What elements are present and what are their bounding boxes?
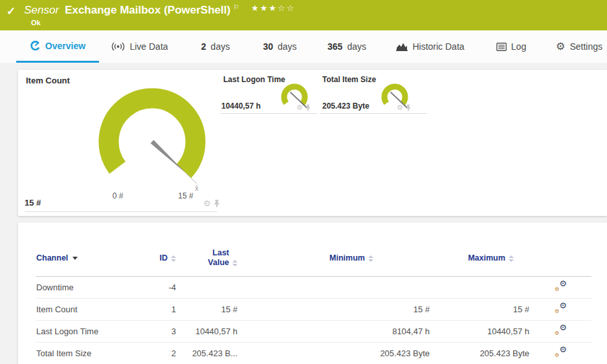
channel-settings-icon[interactable]: ⚙⚙ [554, 347, 567, 358]
tab-settings[interactable]: ⚙ Settings [551, 30, 607, 63]
tab-label: days [211, 41, 230, 52]
status-ok-check-icon: ✓ [6, 5, 16, 18]
tab-number: 2 [201, 41, 206, 52]
item-count-gauge: x̄ [94, 87, 218, 194]
gauge-title-item-count: Item Count [26, 76, 70, 85]
channel-name: Downtime [36, 276, 159, 298]
column-header-maximum[interactable]: Maximum [430, 241, 529, 276]
pin-icon[interactable] [305, 104, 311, 111]
section-divider [220, 113, 317, 114]
channel-settings-icon[interactable]: ⚙⚙ [554, 325, 567, 336]
tab-label: Historic Data [412, 41, 464, 52]
tab-log[interactable]: Log [489, 30, 534, 63]
gear-icon: ⚙ [559, 345, 567, 354]
gauge-max-label: 15 # [168, 191, 204, 200]
channel-table: Channel ID Last Value Minimum Maximum [36, 241, 591, 364]
gauge-min-label: 0 # [100, 191, 136, 200]
gear-icon[interactable]: ⚙ [203, 199, 211, 208]
channel-maximum: 10440,57 h [430, 320, 529, 342]
column-header-channel[interactable]: Channel [36, 241, 159, 276]
tab-bar: Overview Live Data 2 days 30 days 365 da… [0, 30, 607, 63]
gauge-title-last-logon: Last Logon Time [223, 75, 285, 84]
gear-icon: ⚙ [555, 353, 559, 358]
tab-label: Settings [569, 41, 602, 52]
tab-overview[interactable]: Overview [16, 30, 99, 63]
pin-icon[interactable] [214, 199, 220, 208]
table-row: Total Item Size 2 205.423 B... 205.423 B… [36, 342, 591, 364]
tab-label: Log [511, 41, 526, 52]
sensor-header: ✓ Sensor Exchange Mailbox (PowerShell) ⚐… [0, 0, 607, 30]
tab-label: Overview [45, 41, 85, 51]
channel-id: 3 [159, 320, 176, 342]
channel-id: 2 [159, 342, 176, 364]
stars-filled[interactable]: ★★★ [251, 3, 278, 13]
settings-gear-icon: ⚙ [556, 41, 565, 52]
gear-icon: ⚙ [559, 279, 567, 288]
gear-icon: ⚙ [555, 331, 559, 336]
tab-365-days[interactable]: 365 days [320, 30, 373, 63]
column-label: Minimum [329, 253, 365, 262]
gauge-icon [30, 40, 41, 51]
flag-icon[interactable]: ⚐ [233, 3, 239, 12]
channel-last-value: 10440,57 h [176, 320, 237, 342]
channel-last-value [176, 276, 237, 298]
gear-icon: ⚙ [559, 323, 567, 332]
tab-label: Live Data [129, 41, 168, 52]
channel-minimum: 205.423 Byte [237, 342, 430, 364]
pin-icon[interactable] [406, 104, 411, 111]
sensor-title: Exchange Mailbox (PowerShell) [65, 4, 230, 17]
channel-last-value: 205.423 B... [176, 342, 237, 364]
tab-label: days [347, 41, 366, 52]
column-header-last-value[interactable]: Last Value [176, 241, 237, 276]
column-label: Last Value [201, 248, 229, 268]
channel-minimum: 15 # [237, 298, 430, 320]
tab-label: days [278, 41, 297, 52]
tab-30-days[interactable]: 30 days [256, 30, 304, 63]
stars-empty[interactable]: ☆☆ [278, 3, 295, 13]
channel-settings-icon[interactable]: ⚙⚙ [554, 303, 567, 314]
gear-icon: ⚙ [555, 287, 559, 292]
table-header-row: Channel ID Last Value Minimum Maximum [36, 241, 591, 276]
sort-icon [509, 255, 514, 262]
column-header-id[interactable]: ID [159, 241, 176, 276]
channel-maximum: 15 # [430, 298, 529, 320]
tab-number: 30 [263, 41, 273, 52]
gauge-value-item-count: 15 # [25, 198, 41, 208]
tab-live-data[interactable]: Live Data [104, 30, 176, 63]
sort-icon [368, 255, 373, 262]
tab-number: 365 [327, 41, 342, 52]
gear-icon: ⚙ [555, 309, 559, 314]
tab-2-days[interactable]: 2 days [193, 30, 238, 63]
tab-historic-data[interactable]: Historic Data [388, 30, 472, 63]
gear-icon[interactable]: ⚙ [397, 104, 403, 111]
sort-icon [171, 255, 176, 262]
gauge-value-total-size: 205.423 Byte [322, 102, 370, 111]
table-row: Downtime -4 ⚙⚙ [36, 276, 591, 298]
channel-name: Item Count [36, 298, 159, 320]
channel-id: -4 [159, 276, 176, 298]
column-header-actions [529, 241, 591, 276]
channel-maximum: 205.423 Byte [430, 342, 529, 364]
channel-name: Total Item Size [36, 342, 159, 364]
gauge-tools: ⚙ [397, 104, 411, 111]
priority-stars[interactable]: ★★★☆☆ [251, 3, 295, 13]
gauges-panel: Item Count x̄ 0 # 15 # 15 # ⚙ Last Logon… [18, 70, 607, 216]
live-data-icon [111, 42, 125, 51]
column-header-minimum[interactable]: Minimum [237, 241, 430, 276]
sensor-status-text: Ok [31, 19, 41, 27]
channel-settings-icon[interactable]: ⚙⚙ [554, 281, 567, 292]
channel-name: Last Logon Time [36, 320, 159, 342]
gauge-tools: ⚙ [296, 104, 311, 111]
channel-table-panel: Channel ID Last Value Minimum Maximum [18, 222, 607, 364]
gear-icon: ⚙ [559, 301, 567, 310]
channel-minimum [237, 276, 430, 298]
gear-icon[interactable]: ⚙ [296, 104, 303, 111]
section-divider [320, 113, 427, 114]
channel-last-value: 15 # [176, 298, 237, 320]
gauge-value-last-logon: 10440,57 h [221, 102, 261, 111]
channel-maximum [430, 276, 529, 298]
gauge-tools: ⚙ [203, 199, 220, 208]
column-label: Maximum [468, 253, 505, 262]
sort-desc-icon [72, 257, 78, 260]
table-row: Last Logon Time 3 10440,57 h 8104,47 h 1… [36, 320, 591, 342]
